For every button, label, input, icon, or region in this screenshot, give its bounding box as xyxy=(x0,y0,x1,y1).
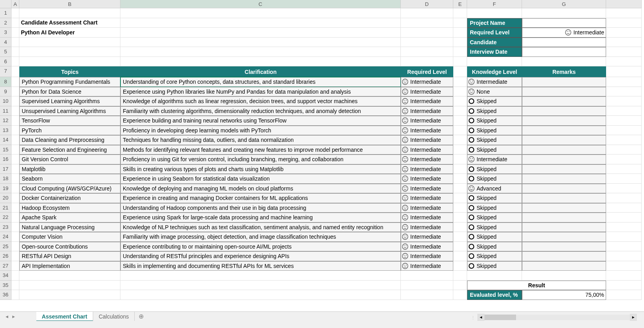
cell[interactable] xyxy=(606,271,642,281)
cell[interactable] xyxy=(453,96,467,106)
cell[interactable] xyxy=(606,213,642,222)
cell-empty[interactable] xyxy=(19,8,120,18)
cell[interactable] xyxy=(11,135,19,145)
row-header-4[interactable]: 4 xyxy=(0,38,11,47)
tab-calculations[interactable]: Calculations xyxy=(93,312,135,321)
topic-cell[interactable]: RESTful API Design xyxy=(19,251,120,261)
cell[interactable] xyxy=(606,222,642,232)
cell[interactable] xyxy=(11,193,19,203)
cell[interactable] xyxy=(401,18,453,28)
remarks-cell[interactable] xyxy=(522,251,606,261)
remarks-cell[interactable] xyxy=(522,116,606,126)
cell[interactable] xyxy=(11,57,19,67)
topic-cell[interactable]: PyTorch xyxy=(19,126,120,136)
cell[interactable] xyxy=(522,271,606,281)
topic-cell[interactable]: Apache Spark xyxy=(19,213,120,222)
cell[interactable] xyxy=(120,28,401,38)
cell[interactable] xyxy=(606,126,642,136)
row-header-5[interactable]: 5 xyxy=(0,47,11,57)
remarks-cell[interactable] xyxy=(522,193,606,203)
col-header-A[interactable]: A xyxy=(11,0,19,8)
topic-cell[interactable]: TensorFlow xyxy=(19,116,120,126)
topic-cell[interactable]: Supervised Learning Algorithms xyxy=(19,96,120,106)
row-header-12[interactable]: 12 xyxy=(0,116,11,126)
cell[interactable] xyxy=(606,66,642,77)
required-level-cell[interactable]: Intermediate xyxy=(401,126,453,136)
row-header-19[interactable]: 19 xyxy=(0,184,11,194)
required-level-cell[interactable]: Intermediate xyxy=(401,193,453,203)
input-interview-date[interactable] xyxy=(522,47,606,57)
scroll-track[interactable] xyxy=(484,315,630,320)
cell[interactable] xyxy=(453,18,467,28)
row-header-9[interactable]: 9 xyxy=(0,87,11,97)
cell[interactable] xyxy=(19,271,120,281)
remarks-cell[interactable] xyxy=(522,213,606,222)
cell[interactable] xyxy=(401,290,453,300)
cell[interactable] xyxy=(11,203,19,213)
topic-cell[interactable]: Git Version Control xyxy=(19,155,120,164)
cell[interactable] xyxy=(453,290,467,300)
knowledge-level-cell[interactable]: Skipped xyxy=(467,174,522,184)
tab-next-icon[interactable]: ► xyxy=(11,314,16,319)
cell[interactable] xyxy=(453,87,467,97)
knowledge-level-cell[interactable]: Skipped xyxy=(467,96,522,106)
scroll-right-button[interactable]: ► xyxy=(630,314,637,321)
knowledge-level-cell[interactable]: Intermediate xyxy=(467,77,522,87)
topic-cell[interactable]: Hadoop Ecosystem xyxy=(19,203,120,213)
knowledge-level-cell[interactable]: Skipped xyxy=(467,135,522,145)
col-header-G[interactable]: G xyxy=(522,0,606,8)
topic-cell[interactable]: Feature Selection and Engineering xyxy=(19,145,120,155)
cell[interactable] xyxy=(11,47,19,57)
cell[interactable] xyxy=(606,164,642,174)
clarification-cell[interactable]: Methods for identifying relevant feature… xyxy=(120,145,401,155)
remarks-cell[interactable] xyxy=(522,232,606,242)
cell-empty[interactable] xyxy=(453,8,467,18)
row-header-23[interactable]: 23 xyxy=(0,222,11,232)
cell[interactable] xyxy=(453,222,467,232)
row-header-3[interactable]: 3 xyxy=(0,28,11,38)
cell[interactable] xyxy=(401,57,453,67)
cell[interactable] xyxy=(401,38,453,47)
knowledge-level-cell[interactable]: Skipped xyxy=(467,261,522,271)
cell[interactable] xyxy=(11,28,19,38)
topic-cell[interactable]: Open-source Contributions xyxy=(19,242,120,252)
cell[interactable] xyxy=(120,271,401,281)
knowledge-level-cell[interactable]: Skipped xyxy=(467,116,522,126)
cell[interactable] xyxy=(11,251,19,261)
cell[interactable] xyxy=(606,18,642,28)
required-level-cell[interactable]: Intermediate xyxy=(401,135,453,145)
required-level-cell[interactable]: Intermediate xyxy=(401,213,453,222)
topic-cell[interactable]: API Implementation xyxy=(19,261,120,271)
cell[interactable] xyxy=(453,213,467,222)
clarification-cell[interactable]: Experience in creating and managing Dock… xyxy=(120,193,401,203)
cell[interactable] xyxy=(453,242,467,252)
row-header-35[interactable]: 35 xyxy=(0,281,11,290)
knowledge-level-cell[interactable]: Skipped xyxy=(467,213,522,222)
knowledge-level-cell[interactable]: Skipped xyxy=(467,251,522,261)
cell[interactable] xyxy=(606,57,642,67)
topic-cell[interactable]: Cloud Computing (AWS/GCP/Azure) xyxy=(19,184,120,194)
cell[interactable] xyxy=(120,281,401,290)
cell-empty[interactable] xyxy=(401,8,453,18)
clarification-cell[interactable]: Knowledge of deploying and managing ML m… xyxy=(120,184,401,194)
knowledge-level-cell[interactable]: Skipped xyxy=(467,106,522,116)
row-header-7[interactable]: 7 xyxy=(0,66,11,77)
cell[interactable] xyxy=(606,38,642,47)
topic-cell[interactable]: Seaborn xyxy=(19,174,120,184)
cell[interactable] xyxy=(606,251,642,261)
cell[interactable] xyxy=(606,28,642,38)
remarks-cell[interactable] xyxy=(522,77,606,87)
cell[interactable] xyxy=(120,290,401,300)
remarks-cell[interactable] xyxy=(522,106,606,116)
cells-area[interactable]: Candidate Assessment ChartProject NamePy… xyxy=(11,8,644,313)
row-header-34[interactable]: 34 xyxy=(0,271,11,281)
cell[interactable] xyxy=(453,164,467,174)
cell[interactable] xyxy=(606,116,642,126)
cell[interactable] xyxy=(453,261,467,271)
clarification-cell[interactable]: Understanding of Hadoop components and t… xyxy=(120,203,401,213)
cell[interactable] xyxy=(453,126,467,136)
remarks-cell[interactable] xyxy=(522,164,606,174)
clarification-cell[interactable]: Techniques for handling missing data, ou… xyxy=(120,135,401,145)
remarks-cell[interactable] xyxy=(522,87,606,97)
cell[interactable] xyxy=(453,135,467,145)
